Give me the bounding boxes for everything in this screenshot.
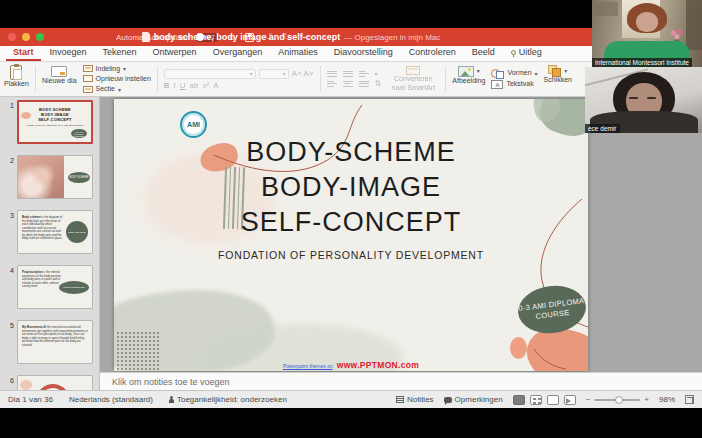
chevron-down-icon: ▾ [123, 65, 126, 72]
underline-button[interactable]: U [180, 81, 186, 90]
layout-label: Indeling [96, 65, 121, 73]
slide-thumbnail-2[interactable]: BODY SCHEME [17, 155, 93, 199]
thumb2-badge: BODY SCHEME [68, 172, 90, 183]
comments-toggle-button[interactable]: Opmerkingen [444, 395, 503, 404]
zoom-slider[interactable] [594, 399, 640, 401]
font-color-button[interactable]: A [213, 81, 218, 90]
tab-tekenen[interactable]: Tekenen [96, 45, 144, 61]
zoom-percent[interactable]: 98% [659, 395, 675, 404]
line-spacing-button[interactable]: ⇅ [375, 79, 382, 88]
slide-subtitle[interactable]: FONDATION OF PERSONALITY DEVELOPMENT [114, 249, 588, 261]
slide-thumbnail-panel: 1 BODY-SCHEME BODY-IMAGE SELF-CONCEPT FO… [0, 97, 100, 390]
reading-view-button[interactable] [547, 395, 559, 405]
grow-shrink-font[interactable]: A˄ A˅ [292, 69, 314, 78]
video-tile-2[interactable]: ece demir [585, 67, 702, 133]
slide-thumbnail-6[interactable] [17, 375, 93, 390]
notes-toggle-button[interactable]: Notities [396, 395, 434, 404]
credit-link[interactable]: www.PPTMON.com [337, 360, 419, 370]
slide-thumbnail-4[interactable]: Proprioception is the internal awareness… [17, 265, 93, 309]
new-slide-button[interactable]: Nieuwe dia [42, 64, 77, 94]
decor-salmon-dot [510, 337, 527, 359]
decor-blob [20, 380, 32, 390]
slide-thumbnail-5[interactable]: My Movements All the internal associatio… [17, 320, 93, 364]
font-size-select[interactable]: ▾ [259, 69, 289, 79]
thumbnail-row-1: 1 BODY-SCHEME BODY-IMAGE SELF-CONCEPT FO… [0, 100, 93, 144]
bold-button[interactable]: B [164, 81, 170, 90]
tab-start[interactable]: Start [6, 45, 41, 61]
section-button[interactable]: Sectie ▾ [83, 85, 151, 93]
convert-smartart-button[interactable]: Converteren naar SmartArt [387, 64, 439, 94]
slide-title-line3: SELF-CONCEPT [114, 205, 588, 240]
ribbon-separator [320, 66, 321, 92]
picture-button[interactable]: ▾ Afbeelding [452, 64, 485, 94]
chevron-down-icon: ▾ [375, 70, 378, 77]
accessibility-check[interactable]: Toegankelijkheid: onderzoeken [169, 395, 287, 404]
normal-view-button[interactable] [513, 395, 525, 405]
layout-button[interactable]: Indeling ▾ [83, 65, 151, 73]
thumbnail-number: 2 [6, 155, 14, 199]
slide-canvas: AMI BODY-SCHEME BODY-IMAGE SELF-CONCEPT … [100, 97, 702, 372]
slideshow-button[interactable] [564, 395, 576, 405]
numbering-button[interactable] [343, 71, 353, 77]
thumbnail-number: 1 [6, 100, 14, 144]
tab-controleren-label: Controleren [409, 47, 456, 57]
arrange-icon [548, 65, 561, 76]
shapes-button[interactable]: Vormen ▾ [491, 69, 537, 78]
reset-button[interactable]: Opnieuw instellen [83, 75, 151, 83]
section-icon [83, 86, 93, 93]
bullets-button[interactable] [327, 71, 337, 77]
thumb1-subtitle: FONDATION OF PERSONALITY DEVELOPMENT [19, 124, 91, 127]
video-tile-1[interactable]: International Montessori Institute [592, 0, 702, 67]
superscript-button[interactable]: x² [203, 81, 210, 90]
thumb3-body: is the diagram of the body built up in t… [22, 215, 62, 240]
current-slide[interactable]: AMI BODY-SCHEME BODY-IMAGE SELF-CONCEPT … [114, 99, 588, 371]
reset-icon [83, 75, 93, 82]
video1-scene [592, 0, 702, 67]
fit-slide-icon[interactable] [685, 395, 694, 404]
strikethrough-button[interactable]: ab [190, 81, 199, 90]
ribbon-separator [445, 66, 446, 92]
accessibility-icon [169, 396, 174, 404]
align-left-button[interactable] [327, 81, 337, 87]
participant2-brow [647, 97, 656, 99]
thumbnail-number: 4 [6, 265, 14, 309]
indent-button[interactable] [359, 71, 369, 77]
italic-button[interactable]: I [174, 81, 176, 90]
notes-pane[interactable]: Klik om notities toe te voegen [100, 372, 702, 390]
tab-diavoorstelling-label: Diavoorstelling [334, 47, 393, 57]
slide-sorter-view-button[interactable] [530, 395, 542, 405]
tab-overgangen[interactable]: Overgangen [206, 45, 270, 61]
tab-invoegen[interactable]: Invoegen [43, 45, 94, 61]
slide-tools-group: Indeling ▾ Opnieuw instellen Sectie ▾ [83, 64, 151, 94]
chevron-down-icon: ▾ [477, 67, 480, 74]
comments-toggle-label: Opmerkingen [455, 395, 503, 404]
slide-thumbnail-3[interactable]: Body scheme is the diagram of the body b… [17, 210, 93, 254]
slide-title[interactable]: BODY-SCHEME BODY-IMAGE SELF-CONCEPT [114, 135, 588, 240]
tab-ontwerpen[interactable]: Ontwerpen [146, 45, 204, 61]
language-label[interactable]: Nederlands (standaard) [69, 395, 153, 404]
font-name-select[interactable]: ▾ [164, 69, 256, 79]
tab-diavoorstelling[interactable]: Diavoorstelling [327, 45, 400, 61]
thumb1-badge: 0-3 AMI DIPLOMA COURSE [71, 129, 87, 138]
tab-animaties[interactable]: Animaties [271, 45, 325, 61]
align-center-button[interactable] [343, 81, 353, 87]
chevron-down-icon: ▾ [564, 67, 567, 74]
zoom-out-button[interactable]: − [586, 395, 591, 404]
arrange-button[interactable]: ▾ Schikken [544, 64, 572, 94]
document-saved-status: — Opgeslagen in mijn Mac [344, 33, 440, 42]
thumbnail-row-6: 6 [0, 375, 93, 390]
textbox-button[interactable]: A Tekstvak [491, 80, 537, 89]
tab-beeld[interactable]: Beeld [465, 45, 502, 61]
zoom-control: − + [586, 395, 649, 404]
tab-controleren[interactable]: Controleren [402, 45, 463, 61]
tab-beeld-label: Beeld [472, 47, 495, 57]
thumb1-title-line3: SELF-CONCEPT [19, 117, 91, 122]
zoom-in-button[interactable]: + [644, 395, 649, 404]
paste-button[interactable]: Plakken [4, 64, 29, 94]
screen: Automatisch opslaan UIT ⌂ ↺ ↻ ⋯ body sch… [0, 0, 702, 438]
kitchen-cabinet [686, 0, 702, 50]
zoom-slider-knob[interactable] [615, 396, 623, 404]
slide-thumbnail-1[interactable]: BODY-SCHEME BODY-IMAGE SELF-CONCEPT FOND… [17, 100, 93, 144]
tab-uitleg[interactable]: Uitleg [504, 45, 549, 61]
align-right-button[interactable] [359, 81, 369, 87]
